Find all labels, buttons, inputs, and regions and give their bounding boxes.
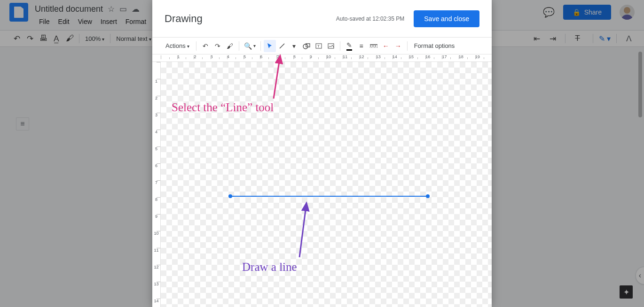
editing-mode-button[interactable]: ✎ ▾ [599,34,611,43]
comments-icon[interactable]: 💬 [543,7,555,18]
avatar[interactable] [620,5,635,20]
lock-icon: 🔒 [573,8,581,16]
autosave-status: Auto-saved at 12:02:35 PM [336,15,404,22]
collapse-toolbar-icon[interactable]: ᐱ [622,32,636,45]
document-title[interactable]: Untitled document [35,4,103,14]
line-handle-left[interactable] [228,194,232,198]
menu-insert[interactable]: Insert [96,16,121,27]
zoom-selector[interactable]: 100% [82,35,107,42]
line-end-icon[interactable]: → [392,40,404,52]
line-tool-icon[interactable] [276,40,288,52]
redo-icon[interactable]: ↷ [24,32,37,45]
shape-tool-icon[interactable] [300,40,313,52]
actions-menu[interactable]: Actions [162,42,193,49]
draw-redo-icon[interactable]: ↷ [212,40,224,52]
menu-view[interactable]: View [74,16,96,27]
horizontal-ruler: 12345678910111213141516171819 [152,54,492,62]
paint-format-icon[interactable]: 🖌 [63,32,76,45]
text-box-tool-icon[interactable]: T [313,40,325,52]
line-dropdown-icon[interactable]: ▾ [288,40,300,52]
share-button[interactable]: 🔒 Share [563,5,611,20]
line-handle-right[interactable] [426,194,430,198]
line-weight-icon[interactable]: ≡ [355,40,368,52]
cloud-saved-icon: ☁ [132,4,140,14]
image-tool-icon[interactable] [325,40,337,52]
menu-file[interactable]: File [35,16,54,27]
vertical-ruler: 1234567891011121314 [152,62,161,307]
document-outline-icon[interactable]: ≡ [16,117,29,130]
move-icon[interactable]: ▭ [119,4,127,14]
svg-point-2 [303,44,308,49]
zoom-icon[interactable]: 🔍 [242,40,258,52]
line-start-icon[interactable]: ← [380,40,392,52]
drawn-line[interactable] [230,196,428,197]
drawing-canvas[interactable] [161,62,492,307]
line-color-icon[interactable]: ✎ [343,40,355,52]
undo-icon[interactable]: ↶ [10,32,24,45]
select-tool-icon[interactable] [264,40,276,52]
svg-text:T: T [317,44,320,48]
style-selector[interactable]: Normal text [113,35,154,42]
drawing-toolbar: Actions ↶ ↷ 🖌 🔍 ▾ T ✎ ≡ ← → Format optio… [152,38,492,54]
print-icon[interactable]: 🖶 [37,32,50,45]
indent-decrease-icon[interactable]: ⇤ [530,32,543,45]
menu-format[interactable]: Format [121,16,150,27]
clear-formatting-icon[interactable]: T [571,32,584,45]
share-label: Share [584,8,602,16]
indent-increase-icon[interactable]: ⇥ [546,32,559,45]
star-icon[interactable]: ☆ [108,4,115,14]
explore-button[interactable]: ✦ [620,285,633,299]
svg-point-0 [624,7,630,14]
draw-paint-format-icon[interactable]: 🖌 [224,40,236,52]
format-options-button[interactable]: Format options [410,42,459,49]
docs-logo[interactable] [9,3,28,22]
drawing-dialog: Drawing Auto-saved at 12:02:35 PM Save a… [152,0,492,307]
draw-undo-icon[interactable]: ↶ [199,40,212,52]
save-and-close-button[interactable]: Save and close [414,10,479,27]
line-dash-icon[interactable] [368,40,380,52]
spellcheck-icon[interactable]: A̲ [50,32,63,45]
menu-edit[interactable]: Edit [54,16,74,27]
svg-line-1 [280,44,284,48]
scrollbar-vertical[interactable] [638,52,642,117]
dialog-title: Drawing [165,13,203,25]
